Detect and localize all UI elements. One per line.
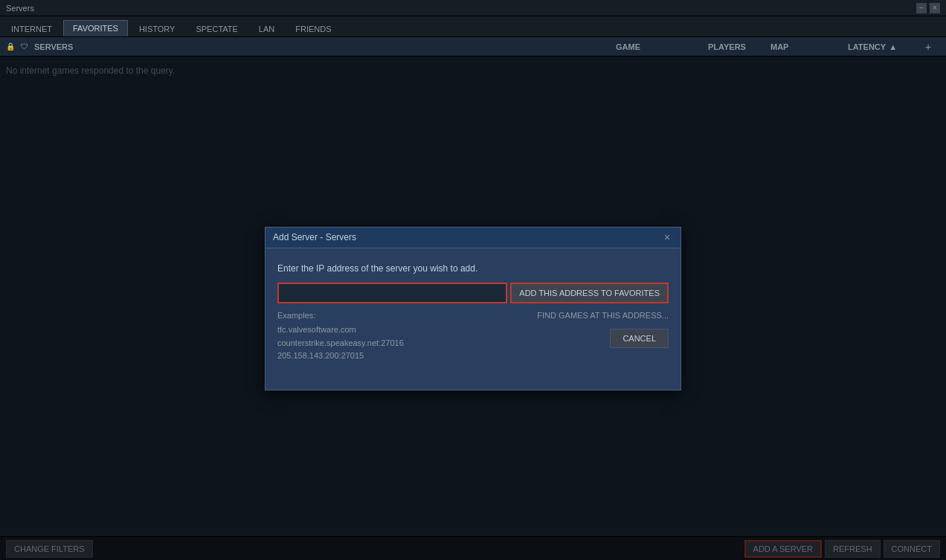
tab-friends[interactable]: FRIENDS — [286, 20, 341, 36]
content-area: No internet games responded to the query… — [0, 57, 946, 560]
title-bar-left: Servers — [6, 4, 34, 13]
nav-tabs: INTERNET FAVORITES HISTORY SPECTATE LAN … — [0, 16, 946, 37]
col-add-header: + — [925, 41, 940, 53]
add-server-dialog: Add Server - Servers × Enter the IP addr… — [265, 227, 681, 390]
col-players-header: PLAYERS — [708, 42, 768, 51]
tab-history[interactable]: HISTORY — [129, 20, 185, 36]
title-bar-controls: − × — [916, 3, 940, 13]
modal-title: Add Server - Servers — [273, 232, 356, 242]
modal-overlay: Add Server - Servers × Enter the IP addr… — [0, 57, 946, 560]
tab-lan[interactable]: LAN — [249, 20, 284, 36]
find-games-button[interactable]: FIND GAMES AT THIS ADDRESS... — [537, 309, 669, 321]
table-header: 🔒 🛡 SERVERS GAME PLAYERS MAP LATENCY ▲ + — [0, 37, 946, 57]
col-latency-label: LATENCY — [848, 42, 886, 51]
col-latency-header[interactable]: LATENCY ▲ — [848, 42, 922, 51]
modal-right: FIND GAMES AT THIS ADDRESS... CANCEL — [520, 309, 669, 363]
col-servers-header: SERVERS — [34, 42, 613, 51]
window-title: Servers — [6, 4, 34, 13]
example-3: 205.158.143.200:27015 — [277, 351, 364, 360]
modal-bottom-row: CANCEL — [610, 329, 669, 348]
example-1: tfc.valvesoftware.com — [277, 325, 356, 334]
tab-favorites[interactable]: FAVORITES — [63, 20, 128, 36]
col-map-header: MAP — [770, 42, 845, 51]
tab-internet[interactable]: INTERNET — [1, 20, 62, 36]
modal-titlebar: Add Server - Servers × — [266, 228, 680, 248]
sort-arrow-icon: ▲ — [889, 42, 897, 51]
modal-body: Enter the IP address of the server you w… — [266, 248, 680, 375]
lock-icon: 🔒 — [6, 42, 15, 51]
app: Servers − × INTERNET FAVORITES HISTORY S… — [0, 0, 946, 560]
close-button[interactable]: × — [930, 3, 940, 13]
modal-left: Examples: tfc.valvesoftware.com counters… — [277, 309, 514, 363]
modal-examples: Examples: tfc.valvesoftware.com counters… — [277, 309, 514, 363]
modal-instruction: Enter the IP address of the server you w… — [277, 263, 669, 274]
ip-address-input[interactable] — [277, 283, 507, 303]
modal-two-col: Examples: tfc.valvesoftware.com counters… — [277, 309, 669, 363]
tab-spectate[interactable]: SPECTATE — [186, 20, 247, 36]
add-to-favorites-button[interactable]: ADD THIS ADDRESS TO FAVORITES — [510, 283, 669, 303]
examples-label: Examples: — [277, 309, 514, 323]
col-game-header: GAME — [616, 42, 705, 51]
example-2: counterstrike.speakeasy.net:27016 — [277, 338, 404, 347]
title-bar: Servers − × — [0, 0, 946, 16]
shield-icon: 🛡 — [21, 42, 28, 51]
modal-close-button[interactable]: × — [661, 231, 673, 243]
cancel-button[interactable]: CANCEL — [610, 329, 669, 348]
modal-input-row: ADD THIS ADDRESS TO FAVORITES — [277, 283, 669, 303]
minimize-button[interactable]: − — [916, 3, 927, 13]
